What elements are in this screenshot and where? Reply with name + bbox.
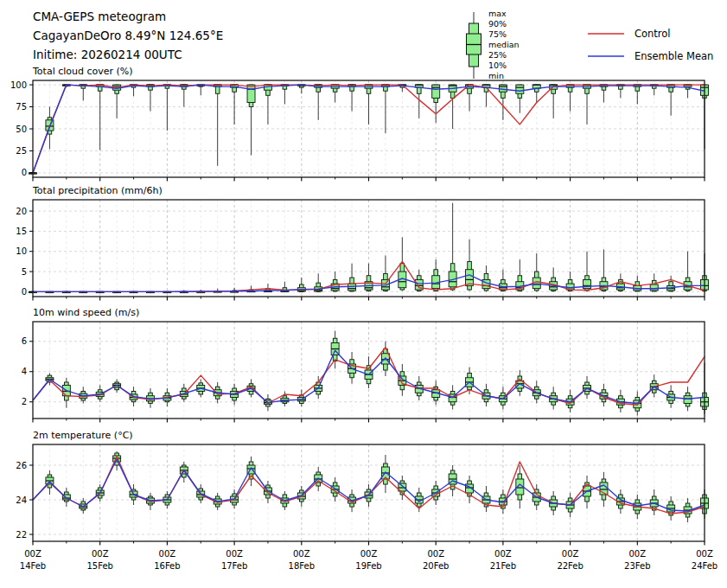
legend-control-label: Control [635, 28, 671, 40]
box-whisker [584, 85, 591, 125]
box-25-75 [684, 396, 692, 404]
x-tick-date-label: 17Feb [221, 561, 247, 571]
box-whisker [180, 462, 188, 483]
box-whisker [432, 85, 440, 123]
x-tick-time-label: 00Z [92, 549, 109, 559]
box-whisker [667, 85, 675, 116]
y-tick-label: 2 [22, 397, 27, 406]
x-tick-date-label: 24Feb [692, 561, 717, 571]
box-whisker [600, 472, 608, 507]
box-whisker [197, 85, 205, 95]
panel-temp: 2m temperature (°C)222426 [16, 430, 708, 546]
y-tick-label: 15 [16, 227, 27, 236]
legend-ensemble-mean-label: Ensemble Mean [635, 50, 713, 62]
box-25-75 [432, 85, 440, 98]
box-whisker [231, 85, 239, 125]
box-whisker [281, 85, 289, 104]
box-whisker [113, 85, 121, 118]
box-whisker [432, 259, 440, 291]
x-tick-date-label: 19Feb [355, 561, 381, 571]
x-tick-time-label: 00Z [159, 549, 176, 559]
legend-item-ensemble-mean: Ensemble Mean [586, 45, 713, 67]
box-whisker [650, 489, 658, 515]
box-whisker [516, 85, 524, 113]
box-whisker [315, 85, 322, 120]
box-whisker [466, 85, 474, 112]
box-whisker [247, 85, 255, 155]
x-tick-date-label: 23Feb [624, 561, 650, 571]
x-tick-date-label: 14Feb [20, 561, 46, 571]
meteogram-page: Total cloud cover (%)0255075100Total pre… [0, 0, 727, 588]
box-whisker [399, 364, 406, 396]
box-whisker [584, 376, 591, 399]
location-label: CagayanDeOro 8.49°N 124.65°E [33, 26, 223, 45]
y-tick-label: 100 [10, 80, 27, 90]
box-whisker [550, 267, 558, 291]
y-tick-label: 22 [16, 530, 27, 540]
box-whisker [482, 486, 490, 512]
box-whisker [600, 85, 608, 102]
panel-title: Total cloud cover (%) [32, 66, 133, 77]
x-tick-time-label: 00Z [226, 549, 243, 559]
legend-label-90: 90% [488, 19, 520, 29]
panel-title: Total precipitation (mm/6h) [32, 185, 163, 196]
legend-label-25: 25% [488, 50, 520, 61]
x-tick-time-label: 00Z [293, 549, 310, 559]
inittime-label: Initime: 20260214 00UTC [33, 45, 223, 64]
box-whisker [482, 265, 490, 291]
panel-title: 2m temperature (°C) [33, 430, 133, 441]
box-whisker-glyph-icon [464, 9, 485, 83]
control-line-swatch [586, 32, 626, 35]
y-tick-label: 6 [22, 336, 27, 346]
box-whisker [297, 85, 305, 93]
x-tick-date-label: 22Feb [557, 561, 583, 571]
box-whisker [634, 276, 641, 292]
box-whisker-legend: max 90% 75% median 25% 10% min [464, 9, 520, 83]
x-tick-date-label: 20Feb [423, 561, 449, 571]
box-whisker [449, 203, 456, 291]
box-whisker [264, 85, 271, 125]
panel-wind: 10m wind speed (m/s)246 [22, 307, 709, 423]
y-tick-label: 0 [22, 287, 27, 297]
y-tick-label: 0 [22, 168, 27, 177]
y-tick-label: 10 [16, 246, 27, 256]
box-whisker [331, 85, 339, 102]
legend-label-max: max [488, 9, 520, 19]
x-tick-time-label: 00Z [562, 549, 579, 559]
y-tick-label: 25 [16, 146, 27, 156]
y-tick-label: 24 [16, 495, 27, 505]
box-whisker [80, 85, 87, 100]
box-whisker [281, 392, 289, 407]
box-whisker [214, 85, 221, 166]
box-25-75 [516, 85, 524, 93]
box-whisker [180, 85, 188, 106]
box-whisker [566, 85, 574, 112]
panel-precip: Total precipitation (mm/6h)05101520 [16, 185, 708, 301]
box-whisker [348, 85, 356, 112]
legend-label-10: 10% [488, 61, 520, 71]
box-25-75 [650, 284, 658, 291]
x-tick-time-label: 00Z [494, 549, 512, 559]
box-whisker [264, 481, 271, 503]
x-tick-time-label: 00Z [629, 549, 647, 559]
y-tick-label: 75 [16, 102, 27, 112]
panel-cloud: Total cloud cover (%)0255075100 [10, 66, 709, 182]
x-tick-time-label: 00Z [360, 549, 378, 559]
box-whisker [62, 488, 70, 507]
box-25-75 [247, 85, 255, 102]
line-legend: Control Ensemble Mean [586, 22, 713, 67]
page-title: CMA-GEPS meteogram [33, 7, 223, 26]
x-tick-date-label: 21Feb [490, 561, 516, 571]
box-whisker [616, 85, 624, 98]
ensemble-mean-line-swatch [586, 54, 626, 58]
box-legend-labels: max 90% 75% median 25% 10% min [488, 9, 520, 83]
legend-label-median: median [488, 40, 520, 50]
x-tick-time-label: 00Z [24, 549, 41, 559]
x-tick-date-label: 16Feb [154, 561, 180, 571]
box-whisker [667, 386, 675, 408]
panel-title: 10m wind speed (m/s) [33, 307, 139, 318]
x-tick-time-label: 00Z [427, 549, 444, 559]
x-tick-date-label: 18Feb [289, 561, 315, 571]
box-whisker [584, 476, 591, 508]
y-tick-label: 5 [22, 267, 27, 277]
